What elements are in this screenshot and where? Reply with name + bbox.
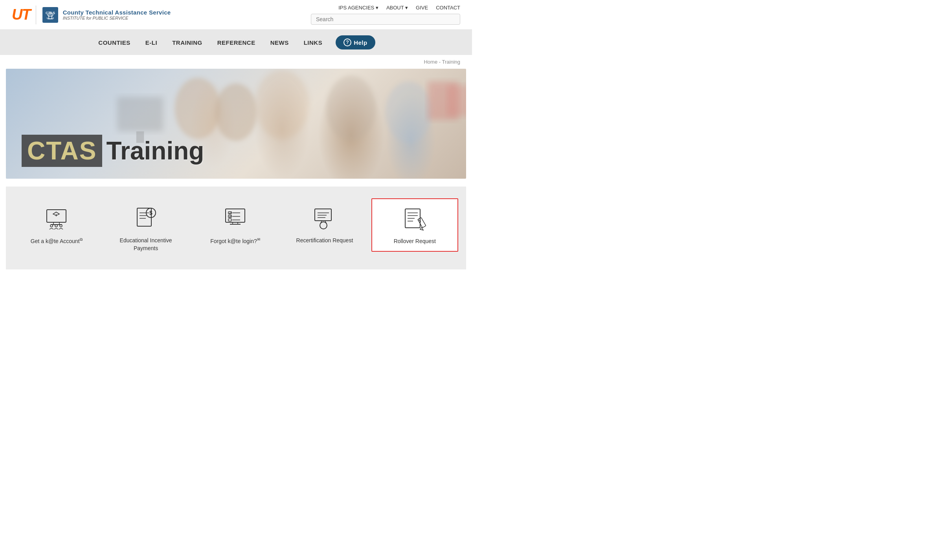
site-header: UT CTAS County Technical Assistance Serv… xyxy=(0,0,472,30)
edu-incentive-icon: $ xyxy=(132,204,160,231)
nav-contact[interactable]: CONTACT xyxy=(436,5,460,11)
nav-links[interactable]: LINKS xyxy=(302,36,324,49)
org-sub: INSTITUTE for PUBLIC SERVICE xyxy=(63,16,171,20)
hero-banner: CTASTraining xyxy=(6,69,466,179)
svg-text:$: $ xyxy=(149,210,152,216)
question-icon: ? xyxy=(343,38,351,46)
hero-brand: CTAS xyxy=(22,135,102,167)
svg-rect-41 xyxy=(228,219,231,221)
breadcrumb: Home - Training xyxy=(0,55,472,69)
search-input[interactable] xyxy=(316,16,455,22)
breadcrumb-current: Training xyxy=(442,59,460,65)
logo-area: UT CTAS County Technical Assistance Serv… xyxy=(12,5,171,24)
ctas-building-icon: CTAS xyxy=(42,6,59,24)
svg-point-15 xyxy=(386,82,432,143)
rollover-request-icon xyxy=(401,205,428,232)
svg-rect-16 xyxy=(117,97,163,132)
search-bar[interactable] xyxy=(311,14,460,25)
help-button[interactable]: ? Help xyxy=(336,35,375,49)
svg-rect-55 xyxy=(418,218,426,228)
svg-point-12 xyxy=(215,84,257,141)
card-forgot-kate[interactable]: Forgot k@te login?✉ xyxy=(193,198,278,251)
cards-section: Get a k@te Account⧉ $ Educational Incent… xyxy=(6,187,466,269)
hero-title: Training xyxy=(106,136,204,165)
recert-request-icon xyxy=(311,204,338,231)
nav-news[interactable]: NEWS xyxy=(269,36,290,49)
nav-about[interactable]: ABOUT ▾ xyxy=(386,5,408,11)
nav-reference[interactable]: REFERENCE xyxy=(216,36,257,49)
forgot-kate-icon xyxy=(222,204,249,231)
svg-point-14 xyxy=(326,76,376,141)
card-edu-incentive[interactable]: $ Educational Incentive Payments xyxy=(103,198,188,258)
header-right: IPS AGENCIES ▾ ABOUT ▾ GIVE CONTACT xyxy=(311,5,460,25)
nav-give[interactable]: GIVE xyxy=(416,5,428,11)
svg-rect-43 xyxy=(315,209,331,221)
rollover-request-label: Rollover Request xyxy=(394,238,436,245)
card-rollover-request[interactable]: Rollover Request xyxy=(371,198,458,252)
org-text-area: County Technical Assistance Service INST… xyxy=(63,9,171,20)
card-recert-request[interactable]: Recertification Request xyxy=(282,198,367,250)
logo-divider xyxy=(36,5,36,24)
main-navigation: COUNTIES E-LI TRAINING REFERENCE NEWS LI… xyxy=(0,30,472,55)
kate-account-icon xyxy=(43,204,70,231)
help-label: Help xyxy=(354,39,367,46)
recert-request-label: Recertification Request xyxy=(296,237,353,245)
svg-rect-19 xyxy=(447,85,466,116)
breadcrumb-home[interactable]: Home xyxy=(424,59,437,65)
svg-point-6 xyxy=(50,11,51,12)
svg-point-11 xyxy=(174,78,220,139)
top-nav: IPS AGENCIES ▾ ABOUT ▾ GIVE CONTACT xyxy=(338,5,460,11)
ut-logo[interactable]: UT xyxy=(12,6,30,23)
org-name: County Technical Assistance Service xyxy=(63,9,171,16)
hero-text-overlay: CTASTraining xyxy=(22,135,204,167)
nav-training[interactable]: TRAINING xyxy=(171,36,204,49)
kate-account-label: Get a k@te Account⧉ xyxy=(31,237,83,245)
nav-ips-agencies[interactable]: IPS AGENCIES ▾ xyxy=(338,5,378,11)
forgot-kate-label: Forgot k@te login?✉ xyxy=(210,237,260,245)
breadcrumb-separator: - xyxy=(439,59,442,65)
card-kate-account[interactable]: Get a k@te Account⧉ xyxy=(14,198,99,251)
nav-counties[interactable]: COUNTIES xyxy=(97,36,132,49)
edu-incentive-label: Educational Incentive Payments xyxy=(108,237,183,252)
nav-eli[interactable]: E-LI xyxy=(144,36,159,49)
ctas-logo-area: CTAS County Technical Assistance Service… xyxy=(42,6,171,24)
svg-point-13 xyxy=(255,70,309,139)
